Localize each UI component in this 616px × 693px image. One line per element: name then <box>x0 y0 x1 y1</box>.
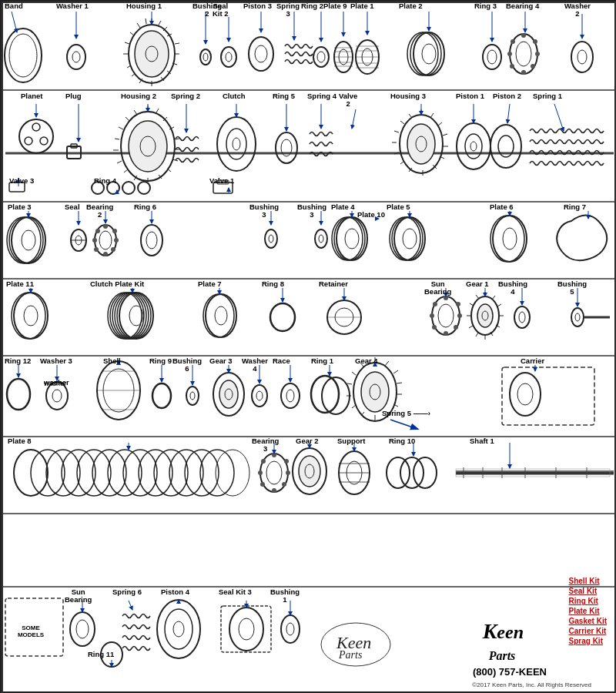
label-ring3: Ring 3 <box>474 2 497 10</box>
svg-point-157 <box>315 229 327 248</box>
svg-point-148 <box>111 247 116 252</box>
svg-line-127 <box>409 114 412 118</box>
shell-kit-link[interactable]: Shell Kit <box>569 577 607 585</box>
svg-point-75 <box>32 123 40 131</box>
svg-point-166 <box>403 229 417 249</box>
label-race: Race <box>273 357 290 365</box>
label-spring2: Spring 2 <box>171 92 200 100</box>
label-ring11: Ring 11 <box>88 651 114 658</box>
svg-point-261 <box>62 450 95 496</box>
svg-line-19 <box>175 43 179 44</box>
svg-point-183 <box>270 303 295 331</box>
svg-point-231 <box>252 385 267 407</box>
svg-point-215 <box>575 313 580 321</box>
svg-point-238 <box>361 372 389 412</box>
label-gear1: Gear 1 <box>466 280 489 288</box>
svg-point-130 <box>470 142 477 151</box>
seal-kit-link[interactable]: Seal Kit <box>569 587 607 595</box>
label-piston4: Piston 4 <box>161 588 189 596</box>
svg-point-56 <box>410 32 441 75</box>
label-washer-small: washer <box>44 380 66 388</box>
label-ring5: Ring 5 <box>273 92 295 100</box>
svg-point-312 <box>281 615 300 643</box>
svg-line-115 <box>438 122 442 126</box>
label-plate3: Plate 3 <box>8 203 32 211</box>
svg-point-131 <box>490 125 521 168</box>
svg-line-342 <box>554 104 564 131</box>
svg-point-267 <box>154 450 188 496</box>
svg-point-193 <box>444 331 448 336</box>
svg-point-313 <box>286 623 294 635</box>
svg-point-275 <box>284 459 289 464</box>
svg-text:Parts: Parts <box>338 649 363 661</box>
svg-point-276 <box>286 470 290 475</box>
label-bushing4: Bushing4 <box>498 280 527 296</box>
svg-point-291 <box>400 457 424 488</box>
svg-point-290 <box>387 457 410 488</box>
svg-point-271 <box>216 450 249 496</box>
label-piston1: Piston 1 <box>456 92 484 100</box>
svg-point-64 <box>533 39 537 44</box>
label-ring4: Ring 4 <box>94 177 116 185</box>
label-plate8: Plate 8 <box>8 437 32 445</box>
svg-point-292 <box>413 457 437 488</box>
svg-point-307 <box>165 609 192 649</box>
svg-point-60 <box>487 50 497 64</box>
label-piston3: Piston 3 <box>243 2 272 10</box>
label-bearing4: Bearing 4 <box>506 2 539 10</box>
label-spring6: Spring 6 <box>112 588 142 596</box>
gasket-kit-link[interactable]: Gasket Kit <box>569 617 607 625</box>
plate-kit-link[interactable]: Plate Kit <box>569 607 607 615</box>
svg-point-195 <box>430 313 434 318</box>
svg-point-156 <box>269 235 273 243</box>
sprag-kit-link[interactable]: Sprag Kit <box>569 637 607 645</box>
svg-point-154 <box>146 232 157 249</box>
ring-kit-link[interactable]: Ring Kit <box>569 597 607 605</box>
svg-point-10 <box>67 45 85 69</box>
svg-point-105 <box>217 117 256 171</box>
svg-point-39 <box>313 47 329 67</box>
svg-point-162 <box>345 229 359 249</box>
carrier-kit-link[interactable]: Carrier Kit <box>569 627 607 635</box>
label-some-models: SOMEMODELS <box>4 625 58 639</box>
svg-point-311 <box>239 618 254 640</box>
svg-point-128 <box>457 123 490 169</box>
label-bushing6: Bushing6 <box>172 357 202 373</box>
label-valve2: Valve2 <box>339 92 357 109</box>
svg-point-146 <box>112 229 117 233</box>
svg-point-58 <box>422 44 436 64</box>
svg-line-31 <box>137 23 140 28</box>
svg-point-152 <box>95 229 100 233</box>
main-diagram-container: Keen Parts <box>0 0 616 693</box>
label-band: Band <box>5 2 23 10</box>
svg-point-283 <box>299 456 320 487</box>
label-plate7: Plate 7 <box>198 280 222 288</box>
label-plate10: Plate 10 <box>357 211 385 219</box>
label-plate2: Plate 2 <box>399 2 423 10</box>
svg-line-202 <box>497 304 501 306</box>
label-bushing5: Bushing5 <box>557 280 587 296</box>
svg-point-167 <box>493 216 527 262</box>
svg-point-107 <box>233 138 240 150</box>
label-bushing3b: Bushing3 <box>297 203 326 219</box>
label-shaft1: Shaft 1 <box>470 437 494 445</box>
svg-point-72 <box>578 50 587 64</box>
svg-line-116 <box>443 134 447 136</box>
svg-point-164 <box>392 217 423 260</box>
label-retainer: Retainer <box>319 280 348 288</box>
label-plate5: Plate 5 <box>387 203 410 211</box>
label-planet: Planet <box>21 92 43 100</box>
svg-line-126 <box>400 121 404 124</box>
svg-point-111 <box>407 124 435 164</box>
label-ring1: Ring 1 <box>311 357 333 365</box>
svg-point-233 <box>281 383 300 408</box>
svg-point-36 <box>226 52 232 62</box>
svg-point-192 <box>454 325 458 330</box>
svg-point-182 <box>215 306 227 325</box>
copyright: ©2017 Keen Parts, Inc. All Rights Reserv… <box>472 681 591 688</box>
svg-line-207 <box>476 333 478 336</box>
label-bushing1: Bushing1 <box>270 588 300 604</box>
svg-point-68 <box>510 64 514 69</box>
svg-point-172 <box>24 306 38 326</box>
label-plug: Plug <box>65 92 82 100</box>
